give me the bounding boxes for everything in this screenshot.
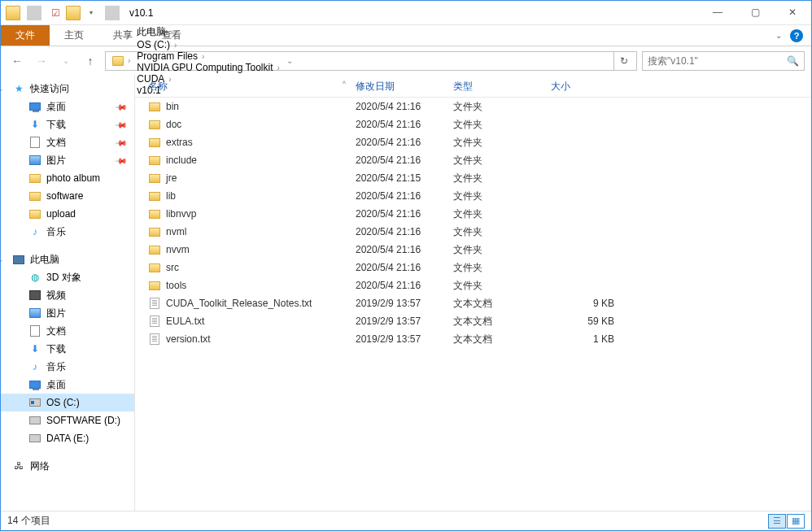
nav-pc-item[interactable]: SOFTWARE (D:)	[1, 411, 134, 429]
nav-item-label: DATA (E:)	[46, 433, 89, 444]
breadcrumb-dropdown-icon[interactable]: ⌄	[283, 56, 296, 65]
file-row[interactable]: bin2020/5/4 21:16文件夹	[135, 98, 811, 115]
nav-pc-item[interactable]: ⬇下载	[1, 340, 134, 358]
file-row[interactable]: version.txt2019/2/9 13:57文本文档1 KB	[135, 330, 811, 348]
ribbon-tab-file[interactable]: 文件	[1, 25, 50, 46]
file-type: 文件夹	[453, 118, 551, 132]
nav-quick-item[interactable]: photo album	[1, 169, 134, 187]
breadcrumb-segment[interactable]: 此电脑›	[133, 25, 283, 39]
file-type: 文本文档	[453, 315, 551, 329]
desktop-icon	[28, 378, 41, 391]
nav-network[interactable]: › 🖧 网络	[1, 457, 134, 475]
nav-item-label: 下载	[46, 342, 66, 356]
nav-item-label: 图片	[46, 307, 66, 320]
chevron-right-icon[interactable]: ›	[1, 462, 6, 470]
breadcrumb-segment[interactable]: NVIDIA GPU Computing Toolkit›	[133, 62, 283, 73]
file-row[interactable]: lib2020/5/4 21:16文件夹	[135, 187, 811, 205]
nav-quick-item[interactable]: software	[1, 187, 134, 205]
nav-quick-item[interactable]: 桌面📌	[1, 98, 134, 115]
folder-icon	[28, 189, 41, 202]
video-icon	[28, 289, 41, 302]
col-type[interactable]: 类型	[453, 80, 551, 94]
nav-item-label: OS (C:)	[46, 397, 80, 408]
file-row[interactable]: doc2020/5/4 21:16文件夹	[135, 115, 811, 133]
file-modified: 2020/5/4 21:16	[356, 101, 453, 112]
nav-network-label: 网络	[30, 459, 50, 473]
file-name: version.txt	[166, 333, 211, 345]
txt-icon	[148, 297, 161, 310]
back-button[interactable]: ←	[7, 51, 27, 71]
col-size[interactable]: 大小	[551, 80, 624, 94]
ribbon-collapse-icon[interactable]: ⌄	[775, 31, 782, 40]
nav-this-pc-label: 此电脑	[30, 253, 59, 267]
file-row[interactable]: nvvm2020/5/4 21:16文件夹	[135, 241, 811, 259]
file-row[interactable]: libnvvp2020/5/4 21:16文件夹	[135, 205, 811, 223]
help-icon[interactable]: ?	[790, 29, 803, 42]
nav-pc-item[interactable]: 文档	[1, 322, 134, 340]
nav-quick-access[interactable]: ⌄ ★ 快速访问	[1, 80, 134, 98]
col-name[interactable]: 名称 ^	[148, 80, 356, 94]
nav-item-label: upload	[46, 208, 76, 220]
nav-this-pc[interactable]: ⌄ 此电脑	[1, 250, 134, 268]
ribbon-tab-home[interactable]: 主页	[50, 25, 98, 46]
breadcrumb-bar[interactable]: › 此电脑›OS (C:)›Program Files›NVIDIA GPU C…	[105, 51, 637, 71]
qat-checkbox-icon[interactable]: ☑	[48, 6, 63, 20]
search-icon[interactable]: 🔍	[787, 55, 799, 67]
file-row[interactable]: include2020/5/4 21:16文件夹	[135, 151, 811, 169]
folder-icon	[148, 207, 161, 220]
sort-indicator-icon: ^	[343, 80, 346, 94]
file-row[interactable]: nvml2020/5/4 21:16文件夹	[135, 223, 811, 241]
breadcrumb-root-icon[interactable]: ›	[109, 52, 133, 70]
navigation-pane[interactable]: ⌄ ★ 快速访问 桌面📌⬇下载📌文档📌图片📌photo albumsoftwar…	[1, 75, 135, 511]
forward-button[interactable]: →	[32, 51, 51, 71]
nav-quick-item[interactable]: upload	[1, 205, 134, 223]
file-modified: 2020/5/4 21:16	[356, 226, 453, 237]
file-type: 文件夹	[453, 100, 551, 114]
nav-quick-item[interactable]: 文档📌	[1, 133, 134, 151]
file-row[interactable]: extras2020/5/4 21:16文件夹	[135, 133, 811, 151]
chevron-down-icon[interactable]: ⌄	[1, 255, 6, 263]
col-modified[interactable]: 修改日期	[356, 80, 453, 94]
minimize-button[interactable]: —	[699, 1, 736, 24]
nav-quick-item[interactable]: ♪音乐	[1, 223, 134, 241]
nav-pc-item[interactable]: ◍3D 对象	[1, 268, 134, 286]
nav-pc-item[interactable]: 图片	[1, 304, 134, 322]
large-icons-view-button[interactable]: ▦	[787, 514, 805, 529]
file-row[interactable]: jre2020/5/4 21:15文件夹	[135, 169, 811, 187]
breadcrumb-segment[interactable]: OS (C:)›	[133, 39, 283, 50]
nav-pc-item[interactable]: 桌面	[1, 376, 134, 394]
nav-quick-item[interactable]: 图片📌	[1, 151, 134, 169]
view-toggle: ☰ ▦	[768, 514, 805, 529]
breadcrumb-segment[interactable]: Program Files›	[133, 50, 283, 62]
folder-icon	[148, 261, 161, 274]
file-name: libnvvp	[166, 208, 196, 220]
file-size: 1 KB	[551, 333, 624, 345]
qat-overflow-icon[interactable]: ▾	[84, 6, 98, 20]
file-row[interactable]: EULA.txt2019/2/9 13:57文本文档59 KB	[135, 312, 811, 330]
close-button[interactable]: ✕	[774, 1, 811, 24]
nav-pc-item[interactable]: OS (C:)	[1, 394, 134, 411]
drive-icon	[28, 414, 41, 427]
nav-pc-item[interactable]: 视频	[1, 286, 134, 304]
file-list[interactable]: 名称 ^ 修改日期 类型 大小 bin2020/5/4 21:16文件夹doc2…	[135, 75, 811, 511]
file-row[interactable]: src2020/5/4 21:16文件夹	[135, 259, 811, 276]
nav-pc-item[interactable]: ♪音乐	[1, 358, 134, 376]
window-controls: — ▢ ✕	[699, 1, 811, 24]
search-box[interactable]: 🔍	[642, 51, 805, 71]
qat-folder-icon[interactable]	[66, 6, 81, 20]
recent-locations-button[interactable]: ⌄	[56, 51, 76, 71]
refresh-button[interactable]: ↻	[613, 52, 633, 70]
file-modified: 2020/5/4 21:16	[356, 244, 453, 255]
nav-quick-item[interactable]: ⬇下载📌	[1, 115, 134, 133]
nav-item-label: SOFTWARE (D:)	[46, 415, 120, 426]
search-input[interactable]	[648, 55, 787, 67]
pin-icon: 📌	[115, 118, 128, 131]
details-view-button[interactable]: ☰	[768, 514, 786, 529]
file-modified: 2020/5/4 21:16	[356, 137, 453, 148]
nav-pc-item[interactable]: DATA (E:)	[1, 429, 134, 447]
up-button[interactable]: ↑	[81, 51, 100, 71]
chevron-down-icon[interactable]: ⌄	[1, 85, 6, 93]
file-row[interactable]: tools2020/5/4 21:16文件夹	[135, 276, 811, 294]
file-row[interactable]: CUDA_Toolkit_Release_Notes.txt2019/2/9 1…	[135, 294, 811, 312]
maximize-button[interactable]: ▢	[736, 1, 774, 24]
